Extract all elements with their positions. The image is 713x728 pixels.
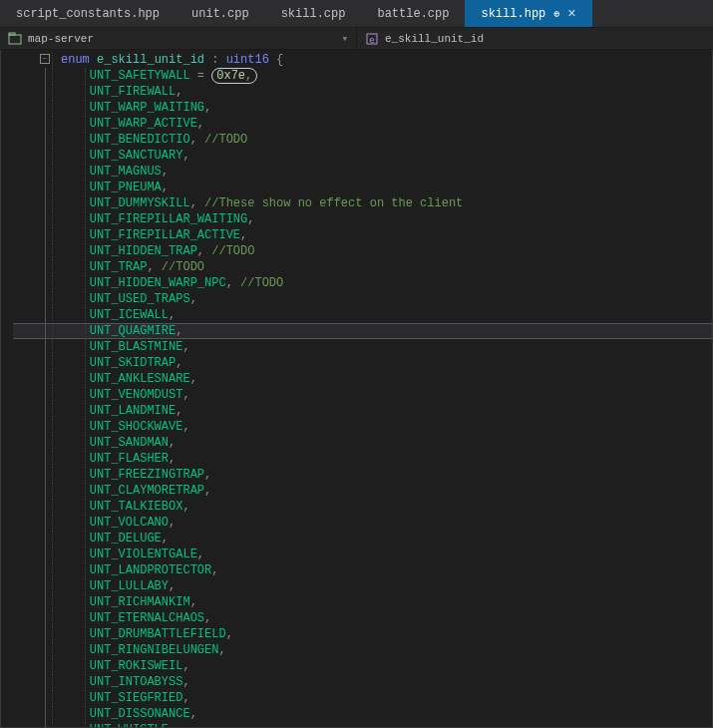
nav-scope-right-label: e_skill_unit_id xyxy=(385,33,484,45)
fold-toggle[interactable]: − xyxy=(40,54,50,64)
tab-label: unit.cpp xyxy=(191,7,249,21)
enum-member: UNT_VIOLENTGALE xyxy=(90,547,197,561)
code-line[interactable]: UNT_FREEZINGTRAP, xyxy=(13,467,712,483)
enum-member: UNT_FIREPILLAR_ACTIVE xyxy=(90,228,240,242)
code-line[interactable]: −enum e_skill_unit_id : uint16 { xyxy=(13,52,712,68)
code-line[interactable]: UNT_WARP_ACTIVE, xyxy=(13,116,712,132)
nav-scope-right[interactable]: e e_skill_unit_id xyxy=(357,28,713,49)
code-line[interactable]: UNT_SANDMAN, xyxy=(13,435,712,451)
code-line[interactable]: UNT_SANCTUARY, xyxy=(13,148,712,164)
enum-member: UNT_SHOCKWAVE xyxy=(90,420,183,434)
svg-rect-1 xyxy=(9,33,15,35)
close-icon[interactable]: × xyxy=(567,6,575,22)
code-line[interactable]: UNT_SKIDTRAP, xyxy=(13,355,712,371)
code-line[interactable]: UNT_CLAYMORETRAP, xyxy=(13,483,712,499)
comment: //TODO xyxy=(211,244,254,258)
code-line[interactable]: UNT_ICEWALL, xyxy=(13,307,712,323)
tab-unit-cpp[interactable]: unit.cpp xyxy=(176,0,265,27)
enum-member: UNT_DRUMBATTLEFIELD xyxy=(90,627,226,641)
enum-member: UNT_SAFETYWALL xyxy=(90,69,190,83)
code-line[interactable]: UNT_LANDMINE, xyxy=(13,403,712,419)
enum-member: UNT_FREEZINGTRAP xyxy=(90,468,204,482)
enum-name: e_skill_unit_id xyxy=(97,53,204,67)
code-line[interactable]: UNT_RICHMANKIM, xyxy=(13,594,712,610)
enum-member: UNT_DISSONANCE xyxy=(90,707,190,721)
comment: //These show no effect on the client xyxy=(204,196,463,210)
enum-member: UNT_SANDMAN xyxy=(90,436,169,450)
code-line[interactable]: UNT_FLASHER, xyxy=(13,451,712,467)
enum-member: UNT_RINGNIBELUNGEN xyxy=(90,643,219,657)
enum-icon: e xyxy=(365,32,379,46)
enum-member: UNT_HIDDEN_TRAP xyxy=(90,244,197,258)
pin-icon[interactable]: ⊕ xyxy=(553,8,559,20)
code-line[interactable]: UNT_PNEUMA, xyxy=(13,180,712,195)
code-line[interactable]: UNT_BENEDICTIO, //TODO xyxy=(13,132,712,148)
code-line[interactable]: UNT_TRAP, //TODO xyxy=(13,259,712,275)
code-line[interactable]: UNT_INTOABYSS, xyxy=(13,674,712,690)
enum-member: UNT_LANDPROTECTOR xyxy=(90,563,211,577)
tab-script_constants-hpp[interactable]: script_constants.hpp xyxy=(0,0,176,27)
enum-member: UNT_WHISTLE xyxy=(90,723,169,728)
code-line[interactable]: UNT_SHOCKWAVE, xyxy=(13,419,712,435)
tab-skill-cpp[interactable]: skill.cpp xyxy=(265,0,362,27)
tab-label: skill.hpp xyxy=(481,7,545,21)
enum-member: UNT_ICEWALL xyxy=(90,308,169,322)
code-line[interactable]: UNT_SAFETYWALL = 0x7e, xyxy=(13,68,712,84)
enum-member: UNT_DELUGE xyxy=(90,532,162,546)
code-line[interactable]: UNT_BLASTMINE, xyxy=(13,339,712,355)
underlying-type: uint16 xyxy=(226,53,269,67)
code-line[interactable]: UNT_RINGNIBELUNGEN, xyxy=(13,642,712,658)
tab-battle-cpp[interactable]: battle.cpp xyxy=(361,0,465,27)
code-line[interactable]: UNT_QUAGMIRE, xyxy=(13,323,712,339)
code-line[interactable]: UNT_VENOMDUST, xyxy=(13,387,712,403)
enum-member: UNT_FIREPILLAR_WAITING xyxy=(90,212,247,226)
code-line[interactable]: UNT_DRUMBATTLEFIELD, xyxy=(13,626,712,642)
code-line[interactable]: UNT_DUMMYSKILL, //These show no effect o… xyxy=(13,195,712,211)
code-line[interactable]: UNT_VIOLENTGALE, xyxy=(13,546,712,562)
code-line[interactable]: UNT_ANKLESNARE, xyxy=(13,371,712,387)
nav-scope-left[interactable]: map-server ▾ xyxy=(0,28,357,49)
code-line[interactable]: UNT_LANDPROTECTOR, xyxy=(13,562,712,578)
code-line[interactable]: UNT_WARP_WAITING, xyxy=(13,100,712,116)
enum-member: UNT_VENOMDUST xyxy=(90,388,183,402)
code-line[interactable]: UNT_MAGNUS, xyxy=(13,164,712,180)
chevron-down-icon[interactable]: ▾ xyxy=(341,32,348,45)
enum-member: UNT_FLASHER xyxy=(90,452,169,466)
code-line[interactable]: UNT_VOLCANO, xyxy=(13,515,712,531)
enum-member: UNT_QUAGMIRE xyxy=(90,324,176,338)
enum-member: UNT_SANCTUARY xyxy=(90,149,183,163)
tab-skill-hpp[interactable]: skill.hpp⊕× xyxy=(465,0,591,27)
enum-member: UNT_CLAYMORETRAP xyxy=(90,484,204,498)
enum-member: UNT_WARP_WAITING xyxy=(90,101,204,115)
code-line[interactable]: UNT_LULLABY, xyxy=(13,578,712,594)
enum-member: UNT_TRAP xyxy=(90,260,148,274)
code-line[interactable]: UNT_USED_TRAPS, xyxy=(13,291,712,307)
code-editor[interactable]: −enum e_skill_unit_id : uint16 { UNT_SAF… xyxy=(0,50,713,728)
code-line[interactable]: UNT_TALKIEBOX, xyxy=(13,499,712,515)
code-line[interactable]: UNT_HIDDEN_WARP_NPC, //TODO xyxy=(13,275,712,291)
code-line[interactable]: UNT_ETERNALCHAOS, xyxy=(13,610,712,626)
code-line[interactable]: UNT_DISSONANCE, xyxy=(13,706,712,722)
enum-member: UNT_LANDMINE xyxy=(90,404,176,418)
enum-member: UNT_LULLABY xyxy=(90,579,169,593)
code-line[interactable]: UNT_FIREWALL, xyxy=(13,84,712,100)
enum-member: UNT_BENEDICTIO xyxy=(90,133,190,147)
code-line[interactable]: UNT_ROKISWEIL, xyxy=(13,658,712,674)
code-line[interactable]: UNT_DELUGE, xyxy=(13,531,712,546)
enum-member: UNT_INTOABYSS xyxy=(90,675,183,689)
highlighted-literal: 0x7e, xyxy=(211,68,257,84)
enum-member: UNT_PNEUMA xyxy=(90,181,162,194)
enum-member: UNT_SIEGFRIED xyxy=(90,691,183,705)
enum-member: UNT_BLASTMINE xyxy=(90,340,183,354)
comment: //TODO xyxy=(204,133,247,147)
code-line[interactable]: UNT_FIREPILLAR_ACTIVE, xyxy=(13,227,712,243)
code-line[interactable]: UNT_WHISTLE, xyxy=(13,722,712,728)
code-line[interactable]: UNT_FIREPILLAR_WAITING, xyxy=(13,211,712,227)
enum-member: UNT_HIDDEN_WARP_NPC xyxy=(90,276,226,290)
comment: //TODO xyxy=(240,276,283,290)
enum-member: UNT_VOLCANO xyxy=(90,516,169,530)
code-line[interactable]: UNT_HIDDEN_TRAP, //TODO xyxy=(13,243,712,259)
enum-member: UNT_WARP_ACTIVE xyxy=(90,117,197,131)
code-line[interactable]: UNT_SIEGFRIED, xyxy=(13,690,712,706)
nav-bar: map-server ▾ e e_skill_unit_id xyxy=(0,28,713,50)
